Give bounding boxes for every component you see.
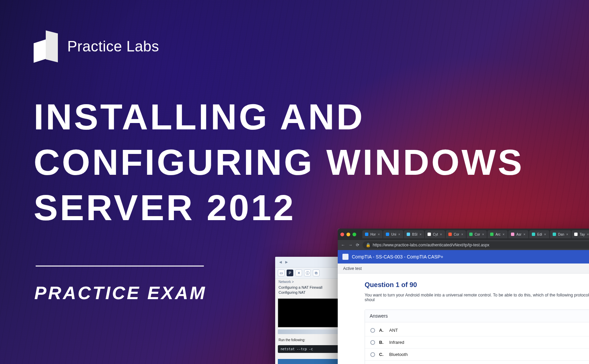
radio-icon[interactable]	[370, 328, 375, 333]
tools-icon[interactable]: ✕	[295, 270, 302, 276]
brand-name: Practice Labs	[67, 38, 159, 55]
lab-lesson-list: Configuring a NAT Firewall Configuring N…	[275, 285, 342, 297]
lab-vm-screen[interactable]	[278, 298, 340, 327]
tab-close-icon[interactable]: ×	[523, 233, 525, 236]
tab-label: Cor	[475, 233, 480, 236]
chevron-right-icon[interactable]: ▶	[284, 258, 289, 266]
answer-letter: A.	[379, 328, 385, 333]
browser-tab[interactable]: BSI×	[404, 230, 424, 238]
hero-subtitle: PRACTICE EXAM	[34, 282, 207, 303]
info-icon[interactable]: ⓘ	[304, 270, 311, 276]
browser-address-bar: ← → ⟳ 🔒 https://www.practice-labs.com/au…	[338, 240, 589, 250]
tab-label: Edi	[537, 233, 542, 236]
lab-footer-bar	[278, 359, 340, 364]
lab-nav-arrows[interactable]: ◀ ▶	[278, 258, 289, 266]
close-dot-icon[interactable]	[340, 233, 344, 236]
tab-close-icon[interactable]: ×	[587, 233, 589, 236]
answer-option[interactable]: B.Infrared	[365, 336, 589, 348]
tab-close-icon[interactable]: ×	[482, 233, 484, 236]
lab-lesson-1[interactable]: Configuring a NAT Firewall	[279, 285, 339, 290]
browser-tab[interactable]: Cyt×	[425, 230, 445, 238]
window-controls[interactable]	[340, 233, 356, 236]
exam-content: Question 1 of 90 You want to turn your A…	[338, 274, 589, 364]
tab-close-icon[interactable]: ×	[503, 233, 505, 236]
tab-label: Uni	[391, 233, 396, 236]
favicon-icon	[407, 233, 410, 236]
lock-icon: 🔒	[366, 243, 370, 247]
browser-tab[interactable]: Arc×	[487, 230, 508, 238]
answer-text: Bluetooth	[389, 352, 408, 357]
tab-close-icon[interactable]: ×	[461, 233, 463, 236]
answer-option[interactable]: C.Bluetooth	[365, 348, 589, 360]
reload-icon[interactable]: ⟳	[356, 243, 359, 247]
lab-icon-toolbar: ▭ P ✕ ⓘ ⧉	[275, 268, 342, 279]
favicon-icon	[386, 233, 389, 236]
answer-text: ANT	[389, 328, 398, 333]
back-icon[interactable]: ←	[341, 243, 345, 247]
tab-close-icon[interactable]: ×	[398, 233, 400, 236]
copy-icon[interactable]: ⧉	[313, 270, 320, 276]
tab-close-icon[interactable]: ×	[419, 233, 421, 236]
lab-breadcrumb[interactable]: Network >	[275, 279, 342, 285]
tab-close-icon[interactable]: ×	[440, 233, 442, 236]
lab-toolbar: ◀ ▶	[275, 257, 342, 268]
question-text: You want to turn your Android mobile int…	[365, 293, 589, 302]
browser-tab[interactable]: Cor×	[446, 230, 466, 238]
favicon-icon	[469, 233, 473, 236]
tab-label: Dan	[558, 233, 564, 236]
answer-text: Infrared	[389, 340, 404, 345]
tab-label: Arc	[495, 233, 501, 236]
browser-tab[interactable]: Dan×	[550, 230, 571, 238]
browser-tabs: Hor×Uni×BSI×Cyt×Cor×Cor×Arc×Asr×Edi×Dan×…	[362, 230, 589, 238]
lab-instruction-text: Run the following:	[275, 336, 342, 344]
exam-browser-window: Hor×Uni×BSI×Cyt×Cor×Cor×Arc×Asr×Edi×Dan×…	[338, 229, 589, 364]
brand: Practice Labs	[34, 32, 159, 61]
answer-option[interactable]: A.ANT	[365, 324, 589, 336]
browser-tab[interactable]: Hor×	[362, 230, 382, 238]
url-text: https://www.practice-labs.com/authentica…	[373, 243, 489, 247]
question-total: 90	[409, 281, 417, 288]
tab-label: BSI	[412, 233, 417, 236]
window-icon[interactable]: ▭	[278, 270, 285, 276]
favicon-icon	[428, 233, 431, 236]
tab-close-icon[interactable]: ×	[544, 233, 546, 236]
favicon-icon	[532, 233, 535, 236]
favicon-icon	[448, 233, 452, 236]
question-label: Question	[365, 281, 394, 288]
brand-logo-icon	[34, 32, 58, 61]
forward-icon[interactable]: →	[348, 243, 353, 247]
radio-icon[interactable]	[370, 352, 375, 357]
browser-tab[interactable]: Tay×	[572, 230, 589, 238]
chevron-left-icon[interactable]: ◀	[278, 258, 283, 266]
question-of: of	[401, 281, 408, 288]
browser-tab[interactable]: Uni×	[383, 230, 403, 238]
app-icon[interactable]: P	[287, 270, 293, 276]
question-number: 1	[396, 281, 399, 288]
radio-icon[interactable]	[370, 340, 375, 345]
favicon-icon	[553, 233, 556, 236]
url-field[interactable]: 🔒 https://www.practice-labs.com/authenti…	[363, 241, 589, 249]
browser-nav-buttons[interactable]: ← → ⟳	[341, 243, 359, 247]
browser-tab[interactable]: Edi×	[529, 230, 549, 238]
browser-tab[interactable]: Cor×	[467, 230, 487, 238]
minimize-dot-icon[interactable]	[346, 233, 350, 236]
lab-thumbnail-window: ◀ ▶ ▭ P ✕ ⓘ ⧉ Network > Configuring a NA…	[275, 257, 342, 364]
tab-close-icon[interactable]: ×	[378, 233, 380, 236]
exam-appbar: CompTIA - SS-CAS-003 - CompTIA CASP+ ? H…	[338, 250, 589, 264]
zoom-dot-icon[interactable]	[353, 233, 356, 236]
answer-letter: C.	[379, 352, 385, 357]
hero-divider	[36, 266, 204, 267]
answers-panel: Answers A.ANTB.InfraredC.BluetoothD.NFC	[365, 310, 589, 364]
hero-title: INSTALLING AND CONFIGURING WINDOWS SERVE…	[34, 94, 569, 230]
exam-title: CompTIA - SS-CAS-003 - CompTIA CASP+	[352, 254, 443, 259]
favicon-icon	[511, 233, 514, 236]
browser-tab[interactable]: Asr×	[508, 230, 528, 238]
answer-option[interactable]: D.NFC	[365, 360, 589, 364]
tab-label: Cyt	[433, 233, 438, 236]
browser-tabstrip: Hor×Uni×BSI×Cyt×Cor×Cor×Arc×Asr×Edi×Dan×…	[338, 229, 589, 240]
question-heading: Question 1 of 90	[365, 281, 589, 289]
lab-code-snippet: netstat --tcp -c	[278, 345, 340, 353]
tab-close-icon[interactable]: ×	[566, 233, 568, 236]
answers-heading: Answers	[365, 310, 589, 322]
lab-lesson-2[interactable]: Configuring NAT	[279, 290, 339, 295]
